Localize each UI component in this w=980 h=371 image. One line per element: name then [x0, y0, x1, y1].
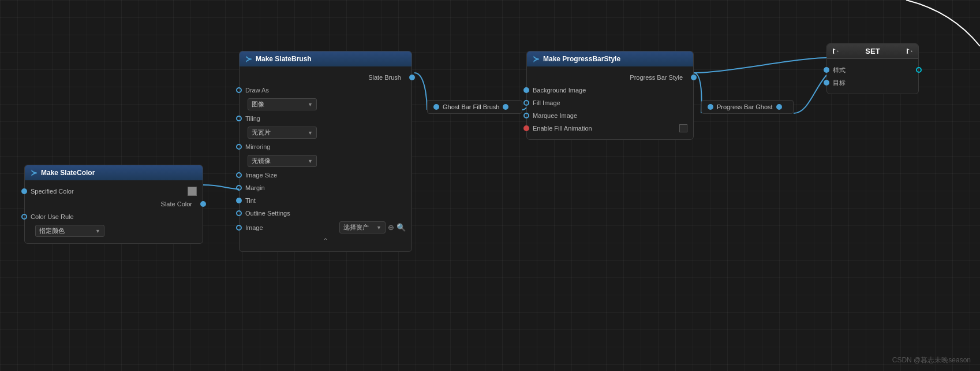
set-style-row: 样式: [827, 64, 918, 76]
set-exec-output-pin[interactable]: [907, 49, 912, 54]
enable-fill-animation-checkbox[interactable]: [679, 124, 687, 132]
image-placeholder: 选择资产: [343, 223, 369, 232]
add-image-btn[interactable]: ⊕: [388, 223, 394, 232]
margin-row: Margin: [240, 181, 412, 194]
set-target-input-pin[interactable]: [824, 80, 829, 86]
image-label: Image: [245, 224, 336, 231]
node-title: Make SlateBrush: [256, 55, 312, 63]
set-title: SET: [865, 47, 880, 55]
node-slate-color-body: Specified Color Slate Color Color Use Ru…: [25, 180, 203, 243]
node-title: Make ProgressBarStyle: [543, 55, 620, 63]
node-icon: ≻: [245, 54, 252, 64]
progress-bar-ghost-label: Progress Bar Ghost: [717, 103, 773, 110]
image-size-pin[interactable]: [236, 172, 242, 178]
outline-settings-pin[interactable]: [236, 210, 242, 216]
image-size-row: Image Size: [240, 169, 412, 181]
watermark: CSDN @暮志未晚season: [892, 355, 971, 365]
tint-pin[interactable]: [236, 198, 242, 203]
node-title: Make SlateColor: [41, 169, 95, 177]
draw-as-dropdown-row: 图像 ▼: [240, 97, 412, 112]
color-use-rule-dropdown[interactable]: 指定颜色 ▼: [35, 225, 104, 237]
marquee-image-row: Marquee Image: [527, 109, 693, 122]
search-image-btn[interactable]: 🔍: [397, 223, 406, 232]
ghost-bar-output-pin[interactable]: [503, 104, 508, 110]
margin-label: Margin: [245, 184, 406, 191]
draw-as-dropdown[interactable]: 图像 ▼: [248, 98, 317, 110]
marquee-image-pin[interactable]: [523, 113, 529, 118]
mirroring-pin[interactable]: [236, 144, 242, 150]
draw-as-value: 图像: [252, 100, 264, 109]
enable-fill-animation-pin[interactable]: [523, 125, 529, 131]
image-row: Image 选择资产 ▼ ⊕ 🔍: [240, 220, 412, 235]
tiling-pin[interactable]: [236, 116, 242, 121]
set-target-label: 目标: [833, 79, 912, 87]
set-exec-input-pin[interactable]: [833, 49, 839, 54]
background-image-label: Background Image: [533, 87, 687, 94]
set-target-row: 目标: [827, 76, 918, 89]
node-make-slate-brush-header: ≻ Make SlateBrush: [240, 51, 412, 66]
marquee-image-label: Marquee Image: [533, 112, 687, 119]
progress-bar-ghost-input-pin[interactable]: [708, 104, 713, 110]
margin-pin[interactable]: [236, 185, 242, 191]
mirroring-label: Mirroring: [245, 143, 270, 150]
fill-image-label: Fill Image: [533, 99, 687, 106]
ghost-bar-label: Ghost Bar Fill Brush: [443, 103, 499, 110]
outline-settings-label: Outline Settings: [245, 210, 406, 217]
node-set: SET 样式 目标: [826, 43, 919, 94]
collapse-arrow[interactable]: ⌃: [240, 235, 412, 247]
image-controls: 选择资产 ▼ ⊕ 🔍: [339, 221, 406, 233]
set-style-output-pin[interactable]: [916, 67, 922, 73]
image-pin[interactable]: [236, 225, 242, 231]
tiling-dropdown[interactable]: 无瓦片 ▼: [248, 127, 317, 139]
enable-fill-animation-label: Enable Fill Animation: [533, 125, 676, 132]
specified-color-row: Specified Color: [25, 185, 203, 198]
color-use-rule-label: Color Use Rule: [31, 213, 197, 220]
set-style-input-pin[interactable]: [824, 67, 829, 73]
node-set-body: 样式 目标: [827, 59, 918, 94]
node-make-slate-brush-body: Slate Brush Draw As 图像 ▼ Tiling 无瓦片 ▼: [240, 66, 412, 251]
specified-color-input-pin[interactable]: [21, 188, 27, 194]
mirroring-value: 无镜像: [252, 157, 271, 165]
image-asset-dropdown[interactable]: 选择资产 ▼: [339, 221, 386, 233]
color-swatch[interactable]: [188, 187, 197, 196]
node-make-slate-brush: ≻ Make SlateBrush Slate Brush Draw As 图像…: [239, 51, 412, 252]
color-use-rule-dropdown-value: 指定颜色: [39, 227, 65, 235]
specified-color-label: Specified Color: [31, 188, 184, 195]
node-progress-bar-ghost: Progress Bar Ghost: [701, 100, 794, 114]
mirroring-dropdown-row: 无镜像 ▼: [240, 153, 412, 169]
node-make-progress-bar-style: ≻ Make ProgressBarStyle Progress Bar Sty…: [526, 51, 694, 140]
node-icon: ≻: [31, 168, 38, 177]
set-style-label: 样式: [833, 66, 912, 75]
draw-as-pin[interactable]: [236, 87, 242, 93]
mirroring-dropdown[interactable]: 无镜像 ▼: [248, 155, 317, 167]
draw-as-arrow-icon: ▼: [308, 102, 313, 107]
progress-bar-style-output-label: Progress Bar Style: [533, 74, 683, 81]
outline-settings-row: Outline Settings: [240, 207, 412, 220]
background-image-pin[interactable]: [523, 87, 529, 93]
node-ghost-bar-fill-brush: Ghost Bar Fill Brush: [427, 100, 522, 114]
progress-bar-style-output-pin[interactable]: [691, 75, 697, 80]
enable-fill-animation-row: Enable Fill Animation: [527, 122, 693, 135]
node-set-header: SET: [827, 44, 918, 59]
tiling-section-row: Tiling: [240, 112, 412, 125]
tiling-arrow-icon: ▼: [308, 130, 313, 136]
slate-color-output-label: Slate Color: [31, 201, 192, 207]
image-size-label: Image Size: [245, 172, 406, 179]
node-make-progress-bar-style-header: ≻ Make ProgressBarStyle: [527, 51, 693, 66]
tiling-dropdown-row: 无瓦片 ▼: [240, 125, 412, 140]
color-use-rule-input-pin[interactable]: [21, 214, 27, 220]
color-use-rule-dropdown-row: 指定颜色 ▼: [25, 223, 203, 239]
slate-brush-output-row: Slate Brush: [240, 71, 412, 84]
ghost-bar-input-pin[interactable]: [433, 104, 439, 110]
fill-image-row: Fill Image: [527, 97, 693, 109]
tint-label: Tint: [245, 197, 406, 204]
tiling-value: 无瓦片: [252, 128, 271, 137]
fill-image-pin[interactable]: [523, 100, 529, 106]
slate-color-output-pin[interactable]: [200, 201, 206, 207]
mirroring-arrow-icon: ▼: [308, 158, 313, 164]
tint-row: Tint: [240, 194, 412, 207]
progress-bar-ghost-output-pin[interactable]: [776, 104, 782, 110]
draw-as-label: Draw As: [245, 87, 269, 94]
slate-brush-output-pin[interactable]: [409, 75, 415, 80]
mirroring-section-row: Mirroring: [240, 140, 412, 153]
